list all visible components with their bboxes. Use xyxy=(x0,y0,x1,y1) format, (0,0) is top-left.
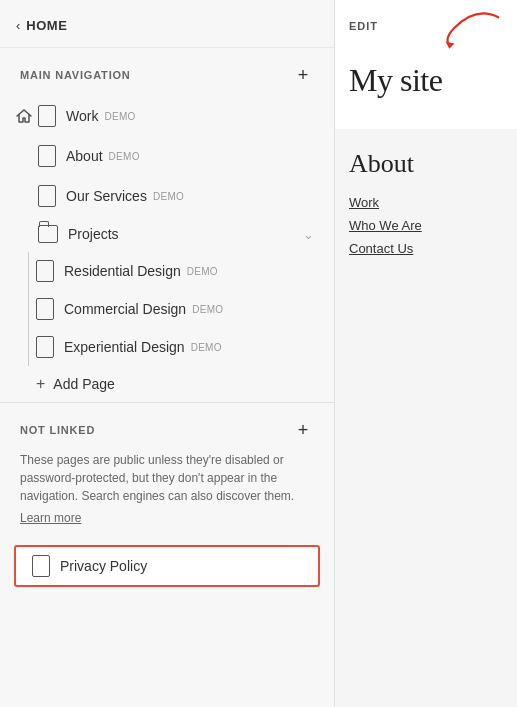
page-icon-privacy xyxy=(32,555,50,577)
preview-about-heading: About xyxy=(349,149,503,179)
svg-marker-0 xyxy=(446,42,455,49)
page-icon-residential xyxy=(36,260,54,282)
nav-sub-item-commercial-label: Commercial Design xyxy=(64,301,186,317)
nav-list: Work DEMO About DEMO Our Services DEMO P… xyxy=(0,96,334,707)
left-panel: ‹ HOME MAIN NAVIGATION + Work DEMO About… xyxy=(0,0,335,707)
preview-link-work[interactable]: Work xyxy=(349,195,503,210)
add-page-label: Add Page xyxy=(53,376,115,392)
nav-sub-item-residential[interactable]: Residential Design DEMO xyxy=(0,252,334,290)
back-arrow-icon: ‹ xyxy=(16,18,20,33)
right-panel: EDIT My site About Work Who We Are Conta… xyxy=(335,0,517,707)
nav-sub-item-residential-badge: DEMO xyxy=(187,266,218,277)
main-nav-title: MAIN NAVIGATION xyxy=(20,69,131,81)
nav-sub-item-commercial-badge: DEMO xyxy=(192,304,223,315)
nav-sub-item-commercial[interactable]: Commercial Design DEMO xyxy=(0,290,334,328)
sub-items-projects: Residential Design DEMO Commercial Desig… xyxy=(0,252,334,402)
nav-item-our-services[interactable]: Our Services DEMO xyxy=(0,176,334,216)
nav-sub-item-residential-label: Residential Design xyxy=(64,263,181,279)
plus-icon: + xyxy=(36,375,45,393)
nav-item-services-badge: DEMO xyxy=(153,191,184,202)
nav-item-about-label: About xyxy=(66,148,103,164)
page-icon-about xyxy=(38,145,56,167)
nav-item-work-label: Work xyxy=(66,108,98,124)
folder-icon-projects xyxy=(38,225,58,243)
preview-link-who-we-are[interactable]: Who We Are xyxy=(349,218,503,233)
nav-sub-item-experiential-badge: DEMO xyxy=(191,342,222,353)
nav-item-about[interactable]: About DEMO xyxy=(0,136,334,176)
chevron-down-icon: ⌄ xyxy=(303,227,314,242)
not-linked-section: NOT LINKED + These pages are public unle… xyxy=(0,402,334,537)
back-label: HOME xyxy=(26,18,67,33)
learn-more-link[interactable]: Learn more xyxy=(0,511,334,537)
nav-item-services-label: Our Services xyxy=(66,188,147,204)
site-title-area: My site xyxy=(335,42,517,129)
add-nav-item-button[interactable]: + xyxy=(292,64,314,86)
page-icon-work xyxy=(38,105,56,127)
site-title: My site xyxy=(349,62,442,98)
preview-link-contact-us[interactable]: Contact Us xyxy=(349,241,503,256)
back-navigation[interactable]: ‹ HOME xyxy=(0,0,334,48)
not-linked-description: These pages are public unless they're di… xyxy=(0,451,334,511)
main-nav-header: MAIN NAVIGATION + xyxy=(0,48,334,96)
add-not-linked-button[interactable]: + xyxy=(292,419,314,441)
nav-sub-item-experiential-label: Experiential Design xyxy=(64,339,185,355)
home-icon xyxy=(16,108,32,124)
page-icon-services xyxy=(38,185,56,207)
nav-item-about-badge: DEMO xyxy=(109,151,140,162)
nav-item-projects[interactable]: Projects ⌄ xyxy=(0,216,334,252)
nav-item-work-badge: DEMO xyxy=(104,111,135,122)
page-icon-commercial xyxy=(36,298,54,320)
edit-label: EDIT xyxy=(349,20,378,32)
add-page-item[interactable]: + Add Page xyxy=(0,366,334,402)
not-linked-header: NOT LINKED + xyxy=(0,403,334,451)
nav-item-projects-label: Projects xyxy=(68,226,119,242)
not-linked-title: NOT LINKED xyxy=(20,424,95,436)
edit-header: EDIT xyxy=(335,0,517,42)
privacy-policy-input[interactable] xyxy=(60,558,302,574)
preview-bottom: About Work Who We Are Contact Us xyxy=(335,129,517,707)
nav-item-work[interactable]: Work DEMO xyxy=(0,96,334,136)
red-arrow-icon xyxy=(437,10,507,50)
privacy-policy-item[interactable] xyxy=(14,545,320,587)
page-icon-experiential xyxy=(36,336,54,358)
nav-sub-item-experiential[interactable]: Experiential Design DEMO xyxy=(0,328,334,366)
